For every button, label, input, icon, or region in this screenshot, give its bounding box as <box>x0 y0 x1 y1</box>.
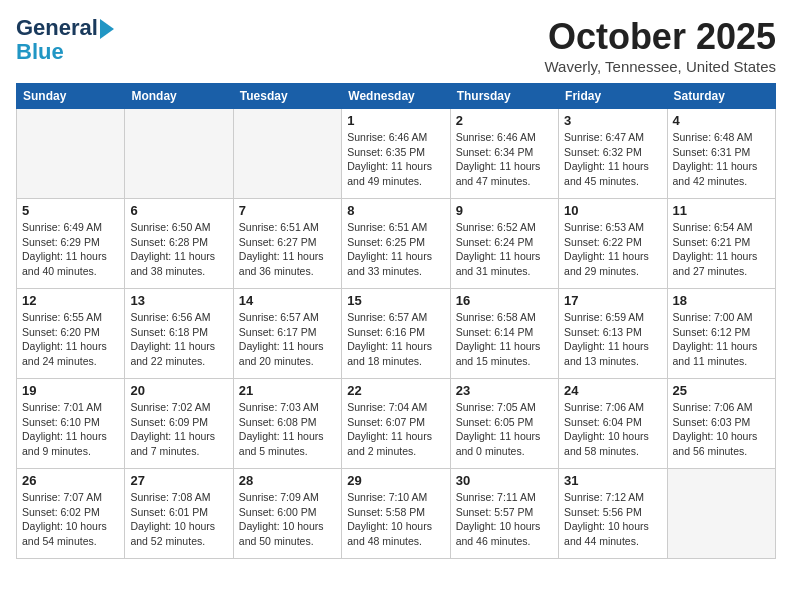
logo: General Blue <box>16 16 114 64</box>
day-info: Sunrise: 7:04 AMSunset: 6:07 PMDaylight:… <box>347 400 444 459</box>
day-number: 28 <box>239 473 336 488</box>
day-number: 1 <box>347 113 444 128</box>
calendar-cell-10: 10Sunrise: 6:53 AMSunset: 6:22 PMDayligh… <box>559 199 667 289</box>
calendar-header-saturday: Saturday <box>667 84 775 109</box>
calendar-cell-21: 21Sunrise: 7:03 AMSunset: 6:08 PMDayligh… <box>233 379 341 469</box>
day-info: Sunrise: 7:00 AMSunset: 6:12 PMDaylight:… <box>673 310 770 369</box>
calendar-cell-empty <box>125 109 233 199</box>
calendar-cell-13: 13Sunrise: 6:56 AMSunset: 6:18 PMDayligh… <box>125 289 233 379</box>
calendar-week-3: 12Sunrise: 6:55 AMSunset: 6:20 PMDayligh… <box>17 289 776 379</box>
day-info: Sunrise: 6:50 AMSunset: 6:28 PMDaylight:… <box>130 220 227 279</box>
calendar-cell-6: 6Sunrise: 6:50 AMSunset: 6:28 PMDaylight… <box>125 199 233 289</box>
calendar-cell-3: 3Sunrise: 6:47 AMSunset: 6:32 PMDaylight… <box>559 109 667 199</box>
calendar-header-friday: Friday <box>559 84 667 109</box>
calendar-week-1: 1Sunrise: 6:46 AMSunset: 6:35 PMDaylight… <box>17 109 776 199</box>
day-number: 4 <box>673 113 770 128</box>
day-number: 8 <box>347 203 444 218</box>
day-number: 12 <box>22 293 119 308</box>
day-info: Sunrise: 6:46 AMSunset: 6:35 PMDaylight:… <box>347 130 444 189</box>
calendar-cell-16: 16Sunrise: 6:58 AMSunset: 6:14 PMDayligh… <box>450 289 558 379</box>
day-number: 3 <box>564 113 661 128</box>
calendar-cell-29: 29Sunrise: 7:10 AMSunset: 5:58 PMDayligh… <box>342 469 450 559</box>
calendar-cell-1: 1Sunrise: 6:46 AMSunset: 6:35 PMDaylight… <box>342 109 450 199</box>
day-info: Sunrise: 7:07 AMSunset: 6:02 PMDaylight:… <box>22 490 119 549</box>
day-info: Sunrise: 7:12 AMSunset: 5:56 PMDaylight:… <box>564 490 661 549</box>
day-number: 19 <box>22 383 119 398</box>
day-info: Sunrise: 7:06 AMSunset: 6:03 PMDaylight:… <box>673 400 770 459</box>
calendar-header-thursday: Thursday <box>450 84 558 109</box>
calendar-cell-22: 22Sunrise: 7:04 AMSunset: 6:07 PMDayligh… <box>342 379 450 469</box>
day-number: 23 <box>456 383 553 398</box>
day-number: 25 <box>673 383 770 398</box>
calendar-cell-9: 9Sunrise: 6:52 AMSunset: 6:24 PMDaylight… <box>450 199 558 289</box>
day-number: 26 <box>22 473 119 488</box>
day-info: Sunrise: 6:52 AMSunset: 6:24 PMDaylight:… <box>456 220 553 279</box>
day-info: Sunrise: 7:10 AMSunset: 5:58 PMDaylight:… <box>347 490 444 549</box>
day-number: 20 <box>130 383 227 398</box>
calendar-cell-30: 30Sunrise: 7:11 AMSunset: 5:57 PMDayligh… <box>450 469 558 559</box>
calendar-week-4: 19Sunrise: 7:01 AMSunset: 6:10 PMDayligh… <box>17 379 776 469</box>
day-info: Sunrise: 6:54 AMSunset: 6:21 PMDaylight:… <box>673 220 770 279</box>
calendar-cell-empty <box>233 109 341 199</box>
day-info: Sunrise: 6:58 AMSunset: 6:14 PMDaylight:… <box>456 310 553 369</box>
calendar-cell-25: 25Sunrise: 7:06 AMSunset: 6:03 PMDayligh… <box>667 379 775 469</box>
day-number: 2 <box>456 113 553 128</box>
calendar-cell-7: 7Sunrise: 6:51 AMSunset: 6:27 PMDaylight… <box>233 199 341 289</box>
day-info: Sunrise: 7:01 AMSunset: 6:10 PMDaylight:… <box>22 400 119 459</box>
calendar-week-5: 26Sunrise: 7:07 AMSunset: 6:02 PMDayligh… <box>17 469 776 559</box>
calendar-cell-empty <box>17 109 125 199</box>
day-number: 22 <box>347 383 444 398</box>
calendar-cell-14: 14Sunrise: 6:57 AMSunset: 6:17 PMDayligh… <box>233 289 341 379</box>
day-number: 14 <box>239 293 336 308</box>
day-info: Sunrise: 6:51 AMSunset: 6:27 PMDaylight:… <box>239 220 336 279</box>
day-info: Sunrise: 6:51 AMSunset: 6:25 PMDaylight:… <box>347 220 444 279</box>
day-info: Sunrise: 7:09 AMSunset: 6:00 PMDaylight:… <box>239 490 336 549</box>
calendar: SundayMondayTuesdayWednesdayThursdayFrid… <box>16 83 776 559</box>
day-number: 5 <box>22 203 119 218</box>
day-number: 31 <box>564 473 661 488</box>
calendar-header-row: SundayMondayTuesdayWednesdayThursdayFrid… <box>17 84 776 109</box>
day-number: 18 <box>673 293 770 308</box>
day-number: 13 <box>130 293 227 308</box>
day-info: Sunrise: 6:57 AMSunset: 6:17 PMDaylight:… <box>239 310 336 369</box>
calendar-cell-18: 18Sunrise: 7:00 AMSunset: 6:12 PMDayligh… <box>667 289 775 379</box>
calendar-cell-31: 31Sunrise: 7:12 AMSunset: 5:56 PMDayligh… <box>559 469 667 559</box>
day-number: 15 <box>347 293 444 308</box>
calendar-header-tuesday: Tuesday <box>233 84 341 109</box>
day-info: Sunrise: 6:47 AMSunset: 6:32 PMDaylight:… <box>564 130 661 189</box>
day-number: 30 <box>456 473 553 488</box>
page-header: General Blue October 2025 Waverly, Tenne… <box>16 16 776 75</box>
location: Waverly, Tennessee, United States <box>544 58 776 75</box>
day-info: Sunrise: 7:05 AMSunset: 6:05 PMDaylight:… <box>456 400 553 459</box>
calendar-week-2: 5Sunrise: 6:49 AMSunset: 6:29 PMDaylight… <box>17 199 776 289</box>
day-number: 29 <box>347 473 444 488</box>
day-info: Sunrise: 7:06 AMSunset: 6:04 PMDaylight:… <box>564 400 661 459</box>
day-info: Sunrise: 7:08 AMSunset: 6:01 PMDaylight:… <box>130 490 227 549</box>
day-number: 10 <box>564 203 661 218</box>
day-number: 6 <box>130 203 227 218</box>
day-info: Sunrise: 6:57 AMSunset: 6:16 PMDaylight:… <box>347 310 444 369</box>
calendar-cell-20: 20Sunrise: 7:02 AMSunset: 6:09 PMDayligh… <box>125 379 233 469</box>
calendar-cell-5: 5Sunrise: 6:49 AMSunset: 6:29 PMDaylight… <box>17 199 125 289</box>
calendar-cell-17: 17Sunrise: 6:59 AMSunset: 6:13 PMDayligh… <box>559 289 667 379</box>
title-block: October 2025 Waverly, Tennessee, United … <box>544 16 776 75</box>
calendar-cell-26: 26Sunrise: 7:07 AMSunset: 6:02 PMDayligh… <box>17 469 125 559</box>
calendar-cell-4: 4Sunrise: 6:48 AMSunset: 6:31 PMDaylight… <box>667 109 775 199</box>
day-info: Sunrise: 6:46 AMSunset: 6:34 PMDaylight:… <box>456 130 553 189</box>
calendar-header-monday: Monday <box>125 84 233 109</box>
calendar-cell-15: 15Sunrise: 6:57 AMSunset: 6:16 PMDayligh… <box>342 289 450 379</box>
calendar-cell-27: 27Sunrise: 7:08 AMSunset: 6:01 PMDayligh… <box>125 469 233 559</box>
calendar-cell-24: 24Sunrise: 7:06 AMSunset: 6:04 PMDayligh… <box>559 379 667 469</box>
day-info: Sunrise: 6:49 AMSunset: 6:29 PMDaylight:… <box>22 220 119 279</box>
day-number: 9 <box>456 203 553 218</box>
logo-text: General <box>16 16 114 40</box>
calendar-cell-empty <box>667 469 775 559</box>
day-number: 17 <box>564 293 661 308</box>
day-number: 11 <box>673 203 770 218</box>
day-info: Sunrise: 7:11 AMSunset: 5:57 PMDaylight:… <box>456 490 553 549</box>
day-info: Sunrise: 6:59 AMSunset: 6:13 PMDaylight:… <box>564 310 661 369</box>
day-number: 16 <box>456 293 553 308</box>
month-title: October 2025 <box>544 16 776 58</box>
calendar-cell-12: 12Sunrise: 6:55 AMSunset: 6:20 PMDayligh… <box>17 289 125 379</box>
day-number: 7 <box>239 203 336 218</box>
